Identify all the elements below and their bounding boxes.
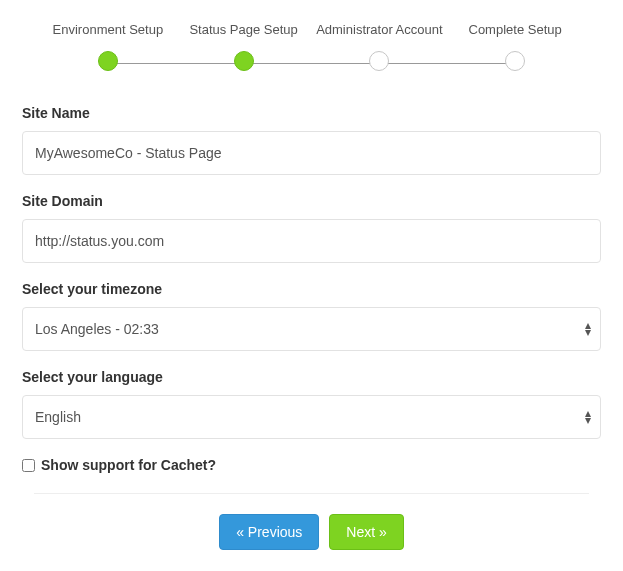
wizard-buttons: « Previous Next » bbox=[22, 514, 601, 550]
step-circle-icon bbox=[234, 51, 254, 71]
timezone-select[interactable]: Los Angeles - 02:33 bbox=[22, 307, 601, 351]
site-name-input[interactable] bbox=[22, 131, 601, 175]
step-complete-setup[interactable]: Complete Setup bbox=[447, 22, 583, 71]
step-circle-icon bbox=[369, 51, 389, 71]
field-site-domain: Site Domain bbox=[22, 193, 601, 263]
site-domain-input[interactable] bbox=[22, 219, 601, 263]
step-label: Environment Setup bbox=[53, 22, 164, 37]
setup-stepper: Environment Setup Status Page Setup Admi… bbox=[22, 22, 601, 71]
timezone-label: Select your timezone bbox=[22, 281, 601, 297]
step-environment-setup[interactable]: Environment Setup bbox=[40, 22, 176, 71]
previous-button[interactable]: « Previous bbox=[219, 514, 319, 550]
field-site-name: Site Name bbox=[22, 105, 601, 175]
language-label: Select your language bbox=[22, 369, 601, 385]
language-select[interactable]: English bbox=[22, 395, 601, 439]
step-status-page-setup[interactable]: Status Page Setup bbox=[176, 22, 312, 71]
field-show-support: Show support for Cachet? bbox=[22, 457, 601, 473]
divider bbox=[34, 493, 589, 494]
field-timezone: Select your timezone Los Angeles - 02:33… bbox=[22, 281, 601, 351]
site-domain-label: Site Domain bbox=[22, 193, 601, 209]
step-circle-icon bbox=[98, 51, 118, 71]
site-name-label: Site Name bbox=[22, 105, 601, 121]
show-support-label[interactable]: Show support for Cachet? bbox=[41, 457, 216, 473]
field-language: Select your language English ▴▾ bbox=[22, 369, 601, 439]
step-label: Complete Setup bbox=[469, 22, 562, 37]
step-label: Status Page Setup bbox=[189, 22, 297, 37]
next-button[interactable]: Next » bbox=[329, 514, 403, 550]
step-administrator-account[interactable]: Administrator Account bbox=[312, 22, 448, 71]
show-support-checkbox[interactable] bbox=[22, 459, 35, 472]
step-label: Administrator Account bbox=[316, 22, 442, 37]
step-circle-icon bbox=[505, 51, 525, 71]
